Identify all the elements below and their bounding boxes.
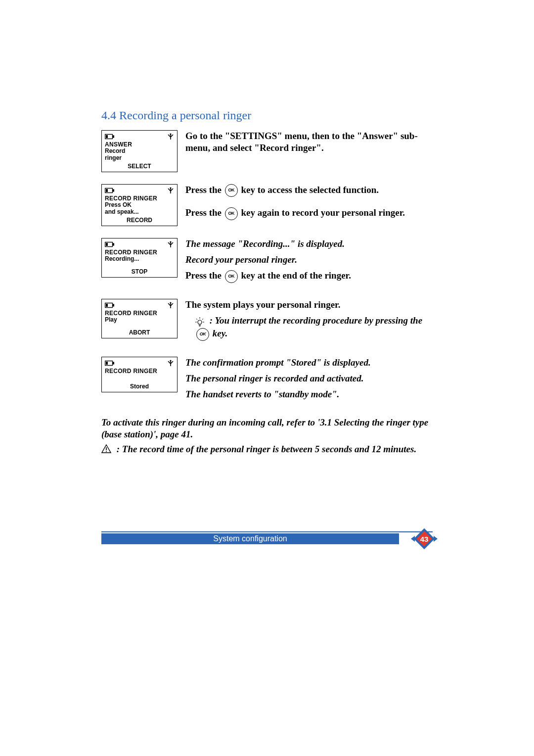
- screen-line: Play: [105, 317, 174, 324]
- svg-rect-6: [106, 189, 108, 192]
- ok-key-icon: OK: [196, 328, 209, 341]
- text: key again to record your personal ringer…: [241, 207, 405, 218]
- battery-icon: [105, 241, 115, 247]
- battery-icon: [105, 134, 115, 140]
- page-number: 43: [420, 535, 429, 543]
- handset-screen-3: RECORD RINGER Recording... STOP: [101, 238, 178, 278]
- svg-rect-9: [113, 243, 114, 245]
- text: : The record time of the personal ringer…: [117, 444, 416, 454]
- screen-softkey: SELECT: [105, 163, 174, 170]
- section-heading: 4.4 Recording a personal ringer: [101, 109, 433, 122]
- step-note: The confirmation prompt "Stored" is disp…: [185, 357, 433, 369]
- text: Press the: [185, 207, 224, 218]
- svg-rect-5: [113, 189, 114, 191]
- svg-rect-1: [113, 136, 114, 138]
- antenna-icon: [167, 360, 174, 367]
- screen-line: and speak...: [105, 209, 174, 216]
- svg-rect-13: [113, 304, 114, 306]
- antenna-icon: [167, 241, 174, 248]
- ok-key-icon: OK: [225, 270, 238, 283]
- svg-point-11: [170, 241, 171, 242]
- svg-point-26: [170, 360, 171, 361]
- antenna-icon: [167, 133, 174, 140]
- handset-screen-1: ANSWER Record ringer SELECT: [101, 130, 178, 172]
- screen-softkey: ABORT: [105, 329, 174, 336]
- step-2: RECORD RINGER Press OK and speak... RECO…: [101, 184, 433, 226]
- screen-title: RECORD RINGER: [105, 195, 174, 202]
- screen-status: Stored: [105, 383, 174, 390]
- svg-line-20: [202, 319, 203, 320]
- step-instruction: The system plays your personal ringer.: [185, 299, 433, 311]
- svg-point-3: [170, 133, 171, 135]
- text: Press the: [185, 185, 224, 195]
- cross-reference: To activate this ringer during an incomi…: [101, 417, 433, 441]
- svg-rect-2: [106, 135, 108, 138]
- page-footer: System configuration 43: [101, 533, 433, 544]
- text: : You interrupt the recording procedure …: [210, 315, 422, 326]
- svg-rect-14: [106, 304, 108, 307]
- handset-screen-2: RECORD RINGER Press OK and speak... RECO…: [101, 184, 178, 226]
- step-3: RECORD RINGER Recording... STOP The mess…: [101, 238, 433, 287]
- text: key.: [213, 328, 227, 338]
- ok-key-icon: OK: [225, 207, 238, 220]
- handset-screen-5: RECORD RINGER Stored: [101, 357, 178, 392]
- page-number-badge: 43: [414, 528, 435, 549]
- svg-point-7: [170, 187, 171, 189]
- screen-softkey: STOP: [105, 268, 174, 275]
- svg-line-19: [196, 319, 197, 320]
- battery-icon: [105, 188, 115, 193]
- handset-screen-4: RECORD RINGER Play ABORT: [101, 299, 178, 338]
- step-note: The message "Recording..." is displayed.: [185, 238, 433, 250]
- step-instruction: Press the OK key at the end of the ringe…: [185, 270, 433, 283]
- text: Press the: [185, 270, 224, 281]
- step-note: Record your personal ringer.: [185, 254, 433, 266]
- screen-line: Record: [105, 148, 174, 155]
- antenna-icon: [167, 302, 174, 309]
- svg-rect-10: [106, 243, 108, 246]
- step-4: RECORD RINGER Play ABORT The system play…: [101, 299, 433, 345]
- step-instruction: Go to the "SETTINGS" menu, then to the "…: [185, 130, 433, 154]
- step-5: RECORD RINGER Stored The confirmation pr…: [101, 357, 433, 405]
- screen-line: ringer: [105, 155, 174, 162]
- step-1: ANSWER Record ringer SELECT Go to the "S…: [101, 130, 433, 172]
- antenna-icon: [167, 187, 174, 194]
- text: key at the end of the ringer.: [241, 270, 352, 281]
- battery-icon: [105, 302, 115, 308]
- svg-point-15: [170, 302, 171, 303]
- warning-note: : The record time of the personal ringer…: [101, 443, 433, 456]
- screen-line: Recording...: [105, 256, 174, 263]
- battery-icon: [105, 360, 115, 366]
- svg-rect-24: [113, 362, 114, 364]
- svg-point-28: [106, 451, 107, 452]
- step-note: The handset reverts to "standby mode".: [185, 388, 433, 400]
- footer-rule: [101, 531, 433, 532]
- screen-title: RECORD RINGER: [105, 249, 174, 256]
- step-note: The personal ringer is recorded and acti…: [185, 373, 433, 384]
- warning-icon: [101, 444, 111, 456]
- screen-title: RECORD RINGER: [105, 368, 174, 375]
- step-instruction: Press the OK key to access the selected …: [185, 184, 433, 197]
- screen-line: Press OK: [105, 202, 174, 209]
- step-instruction: Press the OK key again to record your pe…: [185, 207, 433, 220]
- footer-section-label: System configuration: [101, 533, 399, 544]
- hint-bulb-icon: [195, 316, 205, 328]
- screen-softkey: RECORD: [105, 217, 174, 224]
- step-note: : You interrupt the recording procedure …: [185, 315, 433, 340]
- ok-key-icon: OK: [225, 184, 238, 197]
- svg-rect-25: [106, 362, 108, 365]
- text: To activate this ringer during an incomi…: [101, 417, 315, 427]
- text: key to access the selected function.: [241, 185, 379, 195]
